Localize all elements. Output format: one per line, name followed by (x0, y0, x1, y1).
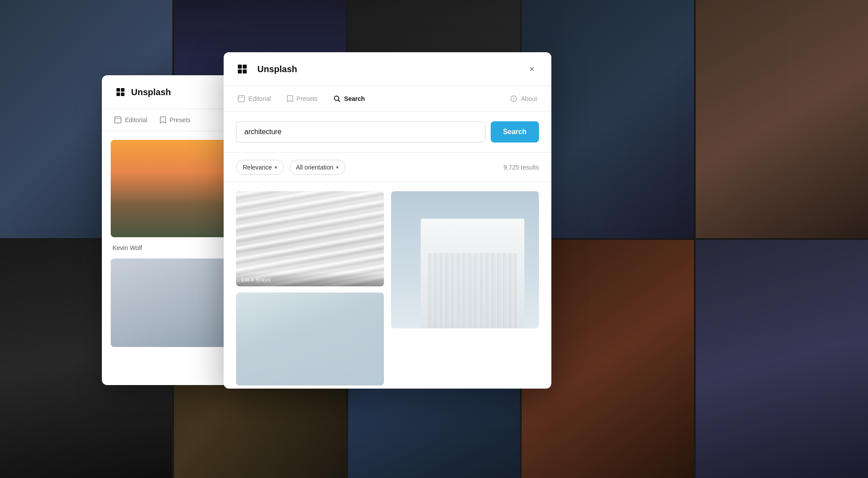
nav-search[interactable]: Search (332, 93, 367, 105)
nav-presets[interactable]: Presets (285, 93, 319, 105)
results-count: 9,725 results (504, 164, 539, 171)
panel-header: Unsplash × (224, 52, 551, 86)
photo-image-3 (236, 293, 384, 385)
bg-photo (696, 0, 868, 238)
svg-text:?: ? (513, 97, 515, 101)
relevance-chevron: ▾ (275, 165, 277, 170)
back-nav-presets[interactable]: Presets (160, 116, 190, 123)
close-button[interactable]: × (525, 62, 539, 76)
search-row: Search (236, 121, 539, 143)
photo-item-2[interactable] (391, 191, 539, 328)
nav-about[interactable]: ? About (508, 93, 539, 105)
nav-about-label: About (521, 95, 537, 102)
nav-editorial-label: Editorial (248, 95, 271, 102)
photo-item-3[interactable] (236, 293, 384, 385)
search-section: Search (224, 112, 551, 153)
svg-rect-1 (121, 88, 124, 92)
search-input[interactable] (236, 122, 485, 142)
search-input-wrap (236, 121, 485, 143)
svg-rect-4 (115, 117, 121, 123)
photo-image-1 (236, 191, 384, 286)
orientation-label: All orientation (296, 164, 333, 171)
svg-rect-5 (238, 65, 242, 69)
panel-nav: Editorial Presets Search ? About (224, 86, 551, 112)
panel-title-group: Unsplash (236, 63, 297, 75)
front-panel: Unsplash × Editorial Presets Search (224, 52, 551, 389)
search-button[interactable]: Search (491, 121, 539, 143)
photo-image-2 (391, 191, 539, 328)
svg-rect-2 (116, 93, 120, 96)
panel-title: Unsplash (257, 64, 297, 74)
svg-rect-9 (238, 96, 244, 102)
svg-rect-3 (121, 93, 124, 96)
orientation-filter[interactable]: All orientation ▾ (289, 160, 345, 175)
photos-columns: Luca Bravo (236, 191, 539, 385)
svg-rect-7 (238, 69, 242, 73)
front-panel-logo-icon (236, 63, 248, 75)
orientation-chevron: ▾ (336, 165, 339, 170)
nav-presets-label: Presets (297, 95, 318, 102)
photo-column-right (391, 191, 539, 385)
photo-column-left: Luca Bravo (236, 191, 384, 385)
back-panel-title: Unsplash (131, 87, 171, 97)
back-nav-presets-label: Presets (170, 116, 190, 123)
photo-caption-1: Luca Bravo (236, 273, 384, 286)
photo-item-1[interactable]: Luca Bravo (236, 191, 384, 286)
svg-rect-8 (243, 69, 247, 73)
svg-rect-6 (243, 65, 247, 69)
back-nav-editorial[interactable]: Editorial (114, 116, 147, 123)
back-panel-logo-icon (114, 86, 127, 98)
svg-rect-0 (116, 88, 120, 92)
nav-search-label: Search (344, 95, 365, 102)
photos-grid: Luca Bravo (224, 182, 551, 389)
bg-photo (696, 240, 868, 478)
relevance-filter[interactable]: Relevance ▾ (236, 160, 284, 175)
back-nav-editorial-label: Editorial (125, 116, 147, 123)
filters-row: Relevance ▾ All orientation ▾ 9,725 resu… (224, 153, 551, 182)
nav-editorial[interactable]: Editorial (236, 93, 273, 105)
relevance-label: Relevance (243, 164, 272, 171)
